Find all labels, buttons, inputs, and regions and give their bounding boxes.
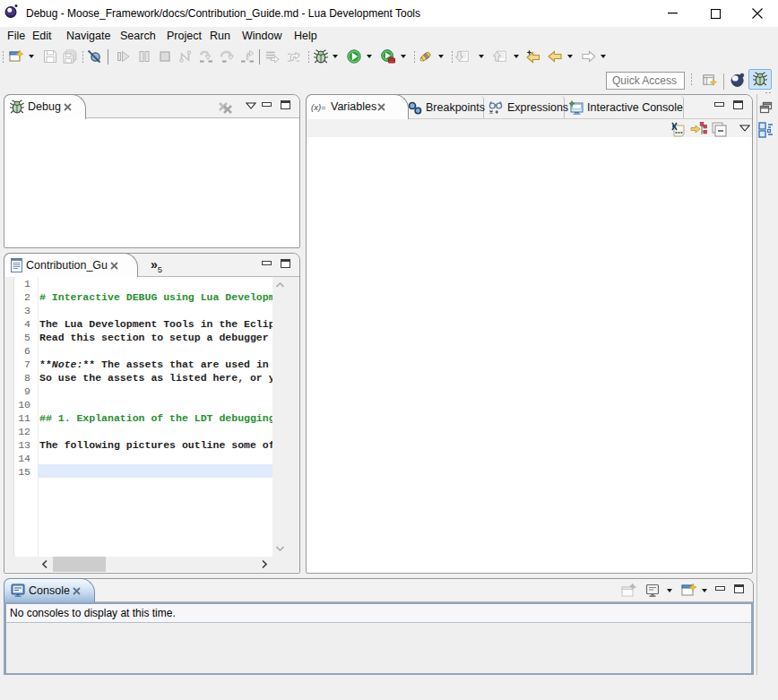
- svg-text:(x)=: (x)=: [311, 102, 326, 112]
